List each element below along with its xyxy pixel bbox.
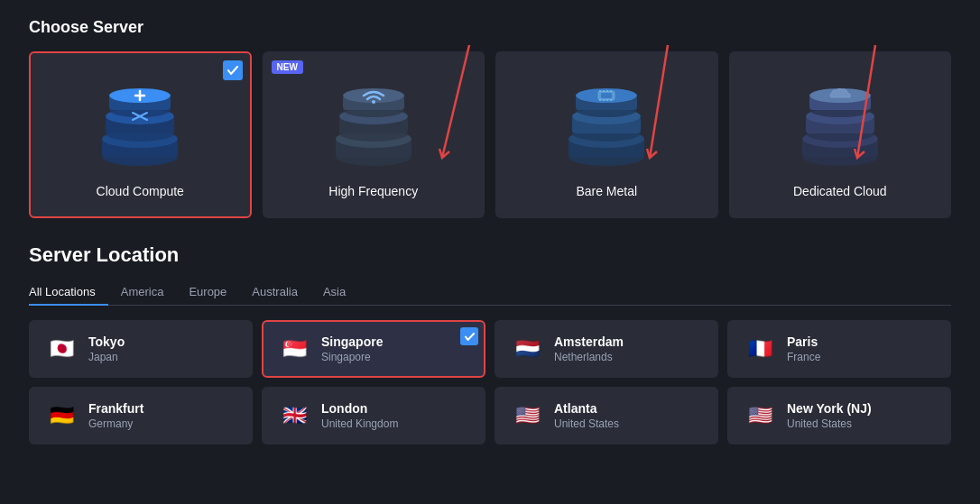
loc-name-amsterdam: Amsterdam <box>554 334 624 349</box>
flag-london: 🇬🇧 <box>278 403 310 428</box>
dedicated-cloud-label: Dedicated Cloud <box>793 184 887 198</box>
tab-asia[interactable]: Asia <box>310 279 358 306</box>
loc-name-new-york: New York (NJ) <box>787 401 872 416</box>
loc-country-frankfurt: Germany <box>88 417 143 430</box>
location-card-singapore[interactable]: 🇸🇬 Singapore Singapore <box>262 320 485 378</box>
location-card-frankfurt[interactable]: 🇩🇪 Frankfurt Germany <box>29 387 253 444</box>
svg-rect-33 <box>601 93 612 98</box>
svg-point-22 <box>372 100 375 104</box>
tab-america[interactable]: America <box>108 279 177 306</box>
loc-info-singapore: Singapore Singapore <box>321 334 383 363</box>
flag-atlanta: 🇺🇸 <box>511 403 543 428</box>
location-card-tokyo[interactable]: 🇯🇵 Tokyo Japan <box>29 320 253 378</box>
loc-info-amsterdam: Amsterdam Netherlands <box>554 334 624 363</box>
selected-checkmark-cloud <box>223 60 243 80</box>
server-location-title: Server Location <box>29 243 951 267</box>
loc-name-frankfurt: Frankfurt <box>88 401 143 416</box>
location-card-amsterdam[interactable]: 🇳🇱 Amsterdam Netherlands <box>495 320 718 378</box>
location-card-atlanta[interactable]: 🇺🇸 Atlanta United States <box>495 387 718 444</box>
location-card-paris[interactable]: 🇫🇷 Paris France <box>727 320 951 378</box>
new-badge-high-freq: NEW <box>272 60 303 74</box>
flag-singapore: 🇸🇬 <box>278 336 310 362</box>
choose-server-title: Choose Server <box>29 18 951 37</box>
loc-info-paris: Paris France <box>787 334 820 363</box>
tab-europe[interactable]: Europe <box>176 279 239 306</box>
loc-info-tokyo: Tokyo Japan <box>88 334 125 363</box>
loc-name-tokyo: Tokyo <box>88 334 125 349</box>
loc-country-amsterdam: Netherlands <box>554 351 624 363</box>
bare-metal-label: Bare Metal <box>576 184 637 198</box>
page-container: Choose Server <box>0 0 980 463</box>
locations-grid: 🇯🇵 Tokyo Japan 🇸🇬 Singapore Singapore 🇳🇱… <box>29 320 951 444</box>
server-card-dedicated-cloud[interactable]: Dedicated Cloud <box>729 51 952 218</box>
dedicated-cloud-icon <box>786 78 894 177</box>
loc-name-atlanta: Atlanta <box>554 401 619 416</box>
loc-name-singapore: Singapore <box>321 334 383 349</box>
loc-info-new-york: New York (NJ) United States <box>787 401 872 430</box>
flag-tokyo: 🇯🇵 <box>45 336 78 362</box>
bare-metal-icon <box>552 78 661 177</box>
loc-country-singapore: Singapore <box>321 351 383 363</box>
server-card-cloud-compute[interactable]: Cloud Compute <box>29 51 252 218</box>
loc-info-london: London United Kingdom <box>321 401 398 430</box>
loc-info-atlanta: Atlanta United States <box>554 401 619 430</box>
location-card-new-york[interactable]: 🇺🇸 New York (NJ) United States <box>727 387 951 444</box>
loc-name-london: London <box>321 401 398 416</box>
cloud-compute-icon <box>86 78 194 177</box>
server-cards-container: Cloud Compute NEW <box>29 51 951 218</box>
server-card-high-frequency[interactable]: NEW <box>263 51 485 218</box>
server-card-bare-metal[interactable]: Bare Metal <box>495 51 718 218</box>
high-frequency-label: High Frequency <box>328 184 418 198</box>
cloud-compute-label: Cloud Compute <box>97 184 184 198</box>
loc-country-atlanta: United States <box>554 417 619 430</box>
loc-name-paris: Paris <box>787 334 820 349</box>
selected-checkmark-singapore <box>460 327 478 345</box>
loc-country-new-york: United States <box>787 417 872 430</box>
loc-country-london: United Kingdom <box>321 417 398 430</box>
tab-australia[interactable]: Australia <box>239 279 310 306</box>
location-tabs: All Locations America Europe Australia A… <box>29 279 951 306</box>
flag-amsterdam: 🇳🇱 <box>511 336 543 362</box>
loc-info-frankfurt: Frankfurt Germany <box>88 401 143 430</box>
high-frequency-icon <box>319 78 428 177</box>
flag-new-york: 🇺🇸 <box>744 403 776 428</box>
tab-all-locations[interactable]: All Locations <box>29 279 108 306</box>
loc-country-paris: France <box>787 351 820 363</box>
flag-paris: 🇫🇷 <box>744 336 776 362</box>
location-card-london[interactable]: 🇬🇧 London United Kingdom <box>262 387 485 444</box>
loc-country-tokyo: Japan <box>88 351 125 363</box>
flag-frankfurt: 🇩🇪 <box>45 403 78 428</box>
